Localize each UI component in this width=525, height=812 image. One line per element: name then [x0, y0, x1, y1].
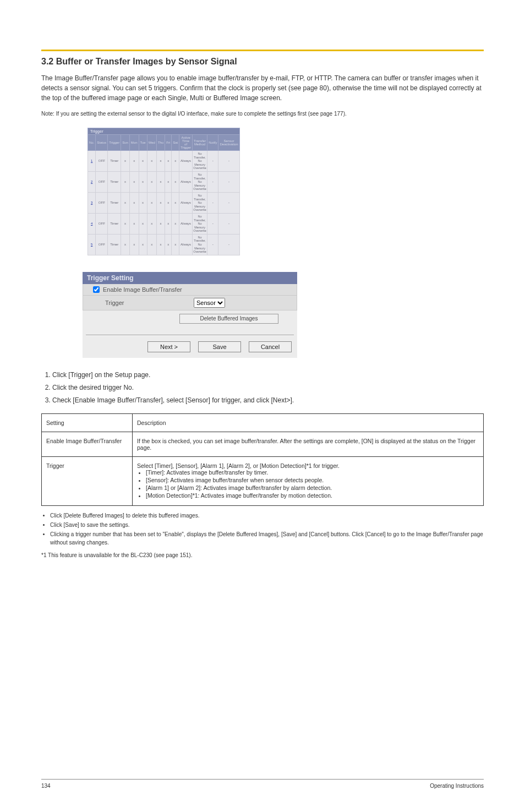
trigger-label: Trigger — [105, 299, 124, 306]
trigger-no-link[interactable]: 4 — [91, 222, 92, 225]
table-row: 4 OFF Timer xxxxxxx Always No Transfer, … — [88, 213, 240, 234]
trigger-no-link[interactable]: 2 — [91, 180, 92, 183]
panel-title: Trigger Setting — [83, 272, 297, 284]
steps-list: Click [Trigger] on the Setup page. Click… — [41, 370, 484, 406]
intro-paragraph: The Image Buffer/Transfer page allows yo… — [41, 73, 484, 103]
intro-note: Note: If you are setting the external se… — [41, 110, 484, 118]
list-item: Click [Trigger] on the Setup page. — [52, 370, 484, 380]
list-item: [Alarm 1] or [Alarm 2]: Activates image … — [146, 484, 479, 491]
enable-buffer-checkbox[interactable] — [93, 286, 100, 293]
trigger-no-link[interactable]: 3 — [91, 201, 92, 204]
list-item: [Timer]: Activates image buffer/transfer… — [146, 469, 479, 476]
table-row: 5 OFF Timer xxxxxxx Always No Transfer, … — [88, 234, 240, 255]
footnote: *1 This feature is unavailable for the B… — [41, 551, 484, 559]
table-header: Setting — [42, 414, 133, 432]
footer-page-number: 134 — [41, 783, 51, 789]
list-item: [Sensor]: Activates image buffer/transfe… — [146, 477, 479, 483]
table-header: Description — [133, 414, 484, 432]
enable-buffer-label: Enable Image Buffer/Transfer — [103, 286, 182, 293]
settings-table: Setting Description Enable Image Buffer/… — [41, 413, 484, 506]
table-row: 3 OFF Timer xxxxxxx Always No Transfer, … — [88, 192, 240, 213]
next-button[interactable]: Next > — [147, 341, 190, 352]
cancel-button[interactable]: Cancel — [249, 341, 292, 352]
trigger-setting-panel: Trigger Setting Enable Image Buffer/Tran… — [83, 272, 297, 358]
page-title: 3.2 Buffer or Transfer Images by Sensor … — [41, 57, 484, 67]
table-row: 1 OFF Timer xxxxxxx Always No Transfer, … — [88, 151, 240, 172]
list-item: [Motion Detection]*1: Activates image bu… — [146, 492, 479, 499]
page-footer: 134 Operating Instructions — [41, 779, 484, 789]
under-note: Clicking a trigger number that has been … — [50, 530, 484, 547]
delete-buffered-images-button[interactable]: Delete Buffered Images — [179, 314, 278, 324]
save-button[interactable]: Save — [198, 341, 241, 352]
trigger-table-screenshot: Trigger No. Status Trigger Sun Mon Tue W… — [88, 128, 484, 255]
trigger-select[interactable]: Sensor — [194, 298, 225, 308]
footer-manual-name: Operating Instructions — [430, 783, 484, 789]
table-row: Trigger Select [Timer], [Sensor], [Alarm… — [42, 457, 484, 506]
trigger-no-link[interactable]: 1 — [91, 159, 92, 162]
list-item: Check [Enable Image Buffer/Transfer], se… — [52, 395, 484, 406]
trigger-no-link[interactable]: 5 — [91, 243, 92, 246]
table-row: Enable Image Buffer/Transfer If the box … — [42, 432, 484, 457]
table-row: 2 OFF Timer xxxxxxx Always No Transfer, … — [88, 171, 240, 192]
under-note: Click [Delete Buffered Images] to delete… — [50, 511, 484, 520]
shot1-caption: Trigger — [88, 128, 240, 135]
under-note: Click [Save] to save the settings. — [50, 521, 484, 529]
list-item: Click the desired trigger No. — [52, 383, 484, 393]
